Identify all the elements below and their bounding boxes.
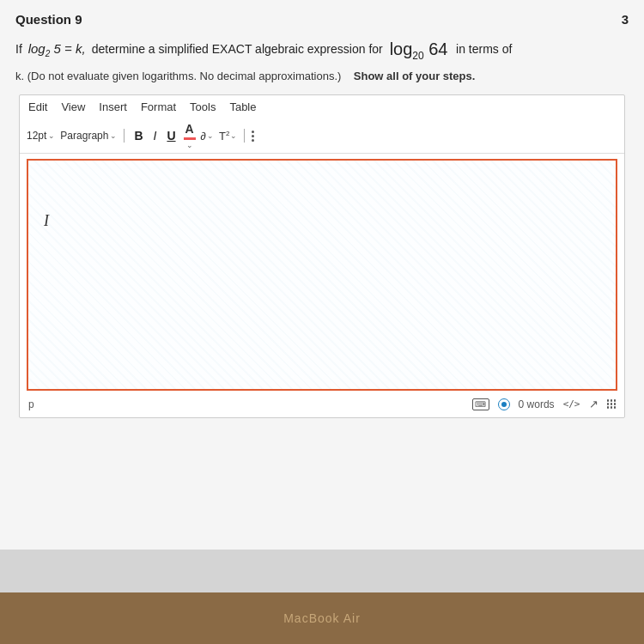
hint-line1: k. (Do not evaluate given logarithms. No… bbox=[15, 70, 341, 82]
question-label: Question 9 bbox=[15, 12, 82, 27]
question-prefix: If bbox=[15, 42, 22, 56]
editor-content-area[interactable]: I bbox=[27, 159, 617, 391]
text-style-chevron: ⌄ bbox=[230, 131, 237, 140]
element-tag-label: p bbox=[28, 398, 34, 410]
highlight-icon: ∂ bbox=[201, 130, 206, 143]
text-style-button[interactable]: T2 ⌄ bbox=[219, 130, 237, 143]
toolbar-separator-2 bbox=[244, 129, 245, 143]
editor-statusbar: p ⌨ 0 words </> ↗ bbox=[20, 394, 624, 414]
font-size-value: 12pt bbox=[27, 130, 46, 142]
menu-edit[interactable]: Edit bbox=[27, 99, 49, 115]
text-style-label: T2 bbox=[219, 130, 229, 143]
menu-format[interactable]: Format bbox=[139, 99, 178, 115]
code-view-button[interactable]: </> bbox=[563, 398, 580, 410]
question-number: 3 bbox=[622, 12, 629, 27]
paragraph-chevron: ⌄ bbox=[110, 131, 117, 140]
editor-wrapper: Edit View Insert Format Tools Table 12pt… bbox=[19, 94, 625, 418]
more-dot-2 bbox=[252, 135, 254, 137]
keyboard-icon[interactable]: ⌨ bbox=[472, 398, 489, 410]
italic-button[interactable]: I bbox=[151, 128, 160, 143]
bold-button[interactable]: B bbox=[131, 128, 145, 143]
menu-table[interactable]: Table bbox=[228, 99, 258, 115]
question-middle: determine a simplified EXACT algebraic e… bbox=[92, 42, 383, 56]
expand-button[interactable]: ↗ bbox=[589, 398, 598, 410]
question-text: If log2 5 = k, determine a simplified EX… bbox=[15, 35, 629, 64]
paragraph-label: Paragraph bbox=[60, 130, 108, 142]
grid-menu-button[interactable] bbox=[607, 399, 617, 409]
font-color-chevron: ⌄ bbox=[186, 141, 193, 149]
question-suffix: in terms of bbox=[456, 42, 512, 56]
font-size-chevron: ⌄ bbox=[48, 131, 55, 140]
font-color-bar bbox=[184, 137, 196, 140]
font-color-button[interactable]: A ⌄ bbox=[184, 122, 196, 149]
text-cursor: I bbox=[44, 212, 45, 226]
statusbar-right: ⌨ 0 words </> ↗ bbox=[472, 398, 616, 410]
toolbar-separator-1 bbox=[124, 129, 125, 143]
menu-insert[interactable]: Insert bbox=[97, 99, 129, 115]
underline-button[interactable]: U bbox=[164, 128, 178, 143]
more-dot-1 bbox=[252, 131, 254, 133]
macbook-label: MacBook Air bbox=[283, 611, 361, 625]
word-count-label: 0 words bbox=[519, 398, 555, 410]
font-size-selector[interactable]: 12pt ⌄ bbox=[27, 130, 55, 142]
hint-line2: Show all of your steps. bbox=[354, 70, 476, 82]
menu-tools[interactable]: Tools bbox=[188, 99, 217, 115]
menu-view[interactable]: View bbox=[59, 99, 87, 115]
status-indicator bbox=[498, 398, 510, 410]
more-options-button[interactable] bbox=[252, 131, 254, 142]
macbook-bar: MacBook Air bbox=[0, 592, 644, 644]
math-expression-left: log2 5 = k, bbox=[28, 41, 89, 56]
hint-text: k. (Do not evaluate given logarithms. No… bbox=[15, 70, 629, 82]
highlight-button[interactable]: ∂ ⌄ bbox=[201, 130, 214, 143]
editor-menubar: Edit View Insert Format Tools Table bbox=[20, 95, 624, 118]
highlight-chevron: ⌄ bbox=[207, 131, 214, 140]
math-expression-right: log20 64 bbox=[390, 39, 453, 58]
paragraph-selector[interactable]: Paragraph ⌄ bbox=[60, 130, 117, 142]
editor-toolbar: 12pt ⌄ Paragraph ⌄ B I U A bbox=[20, 118, 624, 154]
font-color-letter: A bbox=[185, 122, 193, 136]
more-dot-3 bbox=[252, 139, 254, 142]
